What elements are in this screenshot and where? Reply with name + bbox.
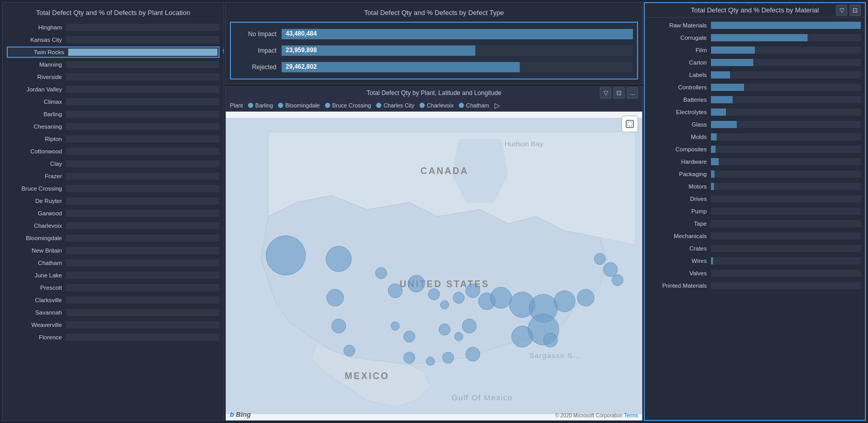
mat-value-10: 980,579 (864, 145, 865, 151)
mat-row-10[interactable]: Composites980,579 (649, 144, 861, 155)
legend-dot-barling (248, 103, 253, 108)
plant-bar-row-7[interactable]: Barling0 (7, 108, 220, 120)
mat-row-8[interactable]: Glass5,222,891 (649, 119, 861, 130)
plant-track-20: 0 (66, 272, 220, 279)
plant-label-0: Hingham (7, 24, 66, 30)
mat-row-3[interactable]: Carton8,624,678 (649, 57, 861, 68)
plant-bar-row-9[interactable]: Ripton0 (7, 133, 220, 145)
dtype-row-0[interactable]: No Impact43,480,484 (235, 27, 633, 41)
plant-label-24: Weaverville (7, 322, 66, 328)
plant-bar-row-10[interactable]: Cottonwood0 (7, 146, 220, 157)
plant-value-0: 0 (223, 23, 224, 29)
right-filter-btn[interactable]: ▽ (836, 5, 847, 16)
mat-value-21: 0 (864, 281, 865, 288)
mat-row-7[interactable]: Electrolytes3,077,863 (649, 106, 861, 118)
plant-bar-row-16[interactable]: Charlevoix0 (7, 220, 220, 231)
plant-value-9: 0 (223, 135, 224, 141)
plant-bar-row-20[interactable]: June Lake0 (7, 270, 220, 281)
mat-row-19[interactable]: Wires465,794 (649, 255, 861, 267)
plant-bar-row-19[interactable]: Chatham0 (7, 257, 220, 269)
map-lasso-btn[interactable] (622, 116, 638, 132)
dtype-row-2[interactable]: Rejected29,462,802 (235, 60, 633, 74)
plant-label-25: Florence (7, 334, 66, 340)
svg-point-14 (408, 275, 425, 292)
map-filter-btn[interactable]: ▽ (600, 87, 611, 99)
plant-label-13: Bruce Crossing (7, 185, 66, 192)
mat-fill-9 (711, 133, 717, 140)
plant-bar-row-4[interactable]: Riverside0 (7, 71, 220, 83)
svg-point-8 (326, 246, 351, 272)
legend-label-charles-city: Charles City (383, 102, 414, 108)
plant-bar-row-8[interactable]: Chesaning0 (7, 121, 220, 132)
mat-row-15[interactable]: Pump0 (649, 206, 861, 217)
mat-track-18: 0 (711, 245, 861, 252)
dtype-track-2: 29,462,802 (282, 62, 633, 72)
plant-bar-row-21[interactable]: Prescott0 (7, 282, 220, 293)
legend-arrow[interactable]: ▷ (494, 101, 500, 109)
mat-row-4[interactable]: Labels3,930,322 (649, 69, 861, 81)
plant-value-25: 0 (223, 333, 224, 339)
right-panel-actions: ▽ ⊡ (836, 5, 861, 16)
dtype-fill-2 (282, 62, 520, 72)
dtype-fill-0 (282, 29, 633, 39)
right-focus-btn[interactable]: ⊡ (849, 5, 861, 16)
mat-row-5[interactable]: Controllers6,729,900 (649, 82, 861, 93)
mat-track-20: 0 (711, 270, 861, 277)
plant-bar-row-25[interactable]: Florence0 (7, 332, 220, 343)
dtype-label-0: No Impact (235, 30, 282, 38)
mat-row-6[interactable]: Batteries4,425,147 (649, 94, 861, 105)
plant-bar-row-1[interactable]: Kansas City0 (7, 34, 220, 45)
mat-row-11[interactable]: Hardware1,627,845 (649, 156, 861, 167)
mat-row-18[interactable]: Crates0 (649, 243, 861, 254)
mat-row-20[interactable]: Valves0 (649, 268, 861, 279)
plant-bar-row-0[interactable]: Hingham0 (7, 22, 220, 33)
mat-value-5: 6,729,900 (864, 83, 865, 89)
dtype-row-1[interactable]: Impact23,959,898 (235, 43, 633, 58)
mat-track-5: 6,729,900 (711, 84, 861, 91)
mat-fill-3 (711, 59, 753, 66)
mat-row-1[interactable]: Corrugate19,744,931 (649, 32, 861, 43)
plant-value-15: 0 (223, 209, 224, 215)
terms-link[interactable]: Terms (624, 413, 638, 418)
mat-value-18: 0 (864, 244, 865, 250)
mat-row-12[interactable]: Packaging749,261 (649, 168, 861, 180)
svg-text:Hudson Bay: Hudson Bay (505, 140, 544, 148)
plant-bar-row-22[interactable]: Clarksville0 (7, 294, 220, 306)
mat-row-9[interactable]: Molds1,162,929 (649, 131, 861, 143)
mat-row-14[interactable]: Drives0 (649, 193, 861, 205)
plant-track-25: 0 (66, 334, 220, 341)
plant-bar-row-24[interactable]: Weaverville0 (7, 319, 220, 331)
legend-label-bloomingdale: Bloomingdale (285, 102, 320, 108)
mat-value-20: 0 (864, 269, 865, 275)
plant-track-11: 0 (66, 160, 220, 167)
plant-bar-row-2[interactable]: Twin Rocks96,903,184 (7, 46, 220, 58)
plant-bar-row-17[interactable]: Bloomingdale0 (7, 232, 220, 244)
plant-bar-row-12[interactable]: Frazer0 (7, 170, 220, 182)
plant-bar-row-23[interactable]: Savannah0 (7, 307, 220, 318)
plant-bar-row-3[interactable]: Manning0 (7, 59, 220, 70)
mat-value-19: 465,794 (864, 257, 865, 263)
mat-row-21[interactable]: Printed Materials0 (649, 280, 861, 291)
map-more-btn[interactable]: ... (627, 87, 638, 99)
mat-row-0[interactable]: Raw Materials30,591,312 (649, 20, 861, 31)
plant-bar-row-13[interactable]: Bruce Crossing0 (7, 183, 220, 194)
mat-row-2[interactable]: Film8,959,921 (649, 44, 861, 56)
plant-bar-row-11[interactable]: Clay0 (7, 158, 220, 169)
mat-track-15: 0 (711, 208, 861, 215)
mat-value-0: 30,591,312 (864, 21, 865, 27)
map-focus-btn[interactable]: ⊡ (613, 87, 625, 99)
plant-bar-row-18[interactable]: New Britain0 (7, 245, 220, 256)
svg-point-27 (544, 333, 557, 347)
mat-row-16[interactable]: Tape0 (649, 218, 861, 229)
plant-label-7: Barling (7, 111, 66, 117)
plant-bar-row-6[interactable]: Climax0 (7, 96, 220, 107)
mat-value-16: 0 (864, 220, 865, 226)
plant-bar-row-15[interactable]: Garwood0 (7, 208, 220, 219)
svg-point-38 (603, 262, 617, 276)
plant-bar-row-5[interactable]: Jordan Valley0 (7, 84, 220, 95)
mat-row-17[interactable]: Mechanicals0 (649, 230, 861, 242)
dtype-value-0: 43,480,484 (286, 30, 317, 37)
plant-track-3: 0 (66, 61, 220, 68)
plant-bar-row-14[interactable]: De Ruyter0 (7, 195, 220, 207)
mat-row-13[interactable]: Motors609,811 (649, 181, 861, 192)
